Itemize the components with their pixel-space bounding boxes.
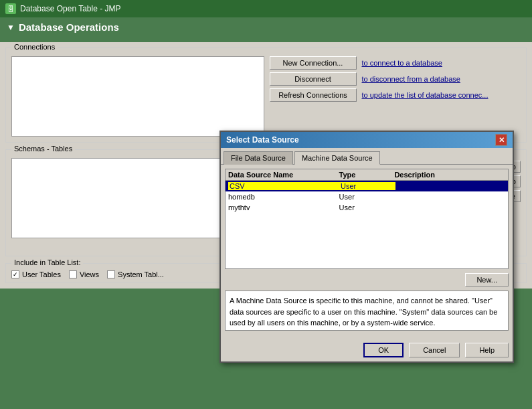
conn-btn-row-refresh: Refresh Connections to update the list o… [270, 88, 521, 102]
datasource-row-mythtv[interactable]: mythtv User [226, 202, 508, 213]
conn-btn-row-new: New Connection... to connect to a databa… [270, 56, 521, 70]
disconnect-desc: to disconnect from a database [362, 75, 460, 83]
title-bar-text: Database Open Table - JMP [20, 4, 121, 13]
ok-button[interactable]: OK [363, 343, 404, 357]
new-button-row: New... [225, 273, 509, 287]
user-tables-label: User Tables [22, 270, 61, 278]
new-connection-button[interactable]: New Connection... [270, 56, 357, 70]
connections-listbox[interactable] [11, 56, 264, 137]
refresh-connections-desc: to update the list of database connec... [362, 91, 489, 99]
dialog-title: Select Data Source [226, 135, 299, 145]
schemas-label: Schemas - Tables [11, 145, 75, 153]
col-header-description: Description [394, 171, 505, 179]
dialog-body: Data Source Name Type Description CSV Us… [221, 165, 513, 340]
connections-group: Connections New Connection... to connect… [5, 48, 527, 143]
new-connection-desc: to connect to a database [362, 59, 442, 67]
col-header-name: Data Source Name [228, 171, 339, 179]
system-tables-label: System Tabl... [118, 270, 164, 278]
conn-btn-row-disconnect: Disconnect to disconnect from a database [270, 72, 521, 86]
user-tables-checkbox[interactable]: ✓ [11, 270, 19, 278]
dialog-tabs: File Data Source Machine Data Source [221, 148, 513, 165]
db-operations-title: Database Operations [7, 21, 525, 33]
include-views: Views [69, 270, 99, 278]
datasource-description: A Machine Data Source is specific to thi… [225, 291, 509, 331]
include-user-tables: ✓ User Tables [11, 270, 61, 278]
main-background: Database Operations [0, 17, 532, 42]
include-system-tables: System Tabl... [107, 270, 164, 278]
views-label: Views [80, 270, 99, 278]
views-checkbox[interactable] [69, 270, 77, 278]
connections-content: New Connection... to connect to a databa… [11, 56, 521, 137]
main-window: Database Operations Connections New Conn… [0, 17, 532, 409]
datasource-name-homedb: homedb [228, 193, 339, 201]
datasource-type-csv: User [341, 182, 395, 190]
dialog-footer: OK Cancel Help [221, 340, 513, 361]
disconnect-button[interactable]: Disconnect [270, 72, 357, 86]
system-tables-checkbox[interactable] [107, 270, 115, 278]
datasource-table[interactable]: Data Source Name Type Description CSV Us… [225, 169, 509, 269]
cancel-button[interactable]: Cancel [409, 343, 460, 357]
datasource-type-homedb: User [339, 193, 395, 201]
title-bar: 🗄 Database Open Table - JMP [0, 0, 532, 17]
help-button[interactable]: Help [465, 343, 509, 357]
datasource-name-csv: CSV [228, 182, 341, 190]
tab-machine-data-source[interactable]: Machine Data Source [294, 151, 380, 165]
dialog-titlebar: Select Data Source ✕ [221, 132, 513, 148]
select-data-source-dialog: Select Data Source ✕ File Data Source Ma… [219, 131, 514, 363]
datasource-name-mythtv: mythtv [228, 203, 339, 212]
refresh-connections-button[interactable]: Refresh Connections [270, 88, 357, 102]
datasource-type-mythtv: User [339, 203, 395, 212]
connections-buttons: New Connection... to connect to a databa… [270, 56, 521, 137]
col-header-type: Type [339, 171, 395, 179]
datasource-table-header: Data Source Name Type Description [226, 169, 508, 181]
connections-label: Connections [11, 43, 58, 51]
include-label: Include in Table List: [11, 258, 83, 266]
app-icon: 🗄 [5, 3, 16, 14]
datasource-row-homedb[interactable]: homedb User [226, 191, 508, 202]
datasource-row-csv[interactable]: CSV User [226, 181, 508, 191]
new-datasource-button[interactable]: New... [465, 273, 509, 287]
tab-file-data-source[interactable]: File Data Source [224, 151, 293, 165]
dialog-close-button[interactable]: ✕ [495, 134, 507, 146]
